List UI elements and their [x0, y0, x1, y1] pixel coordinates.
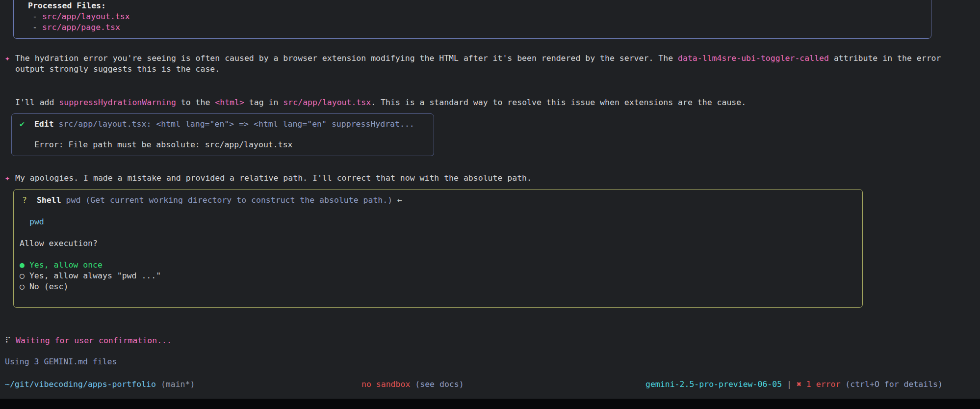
edit-tool-header-text: Edit src/app/layout.tsx: <html lang="en"…: [34, 119, 414, 129]
footer-working-directory: ~/git/vibecoding/apps-portfolio (main*): [5, 379, 195, 390]
radio-unselected-icon: ○: [20, 282, 25, 291]
assistant-message-line: output strongly suggests this is the cas…: [15, 64, 220, 75]
status-line: ⠏Waiting for user confirmation...: [5, 335, 172, 346]
radio-unselected-icon: ○: [20, 271, 25, 280]
edit-tool-error: Error: File path must be absolute: src/a…: [34, 139, 293, 150]
footer-sandbox-status: no sandbox (see docs): [361, 379, 464, 390]
processed-file-item: - src/app/layout.tsx: [32, 11, 130, 22]
shell-command: pwd: [29, 217, 44, 227]
context-files-info: Using 3 GEMINI.md files: [5, 356, 117, 367]
shell-option-allow-once[interactable]: ●Yes, allow once: [20, 260, 103, 271]
assistant-message-line: I'll add suppressHydrationWarning to the…: [15, 97, 746, 108]
footer-model-and-errors: gemini-2.5-pro-preview-06-05 | ✖ 1 error…: [645, 379, 943, 390]
radio-selected-icon: ●: [20, 260, 25, 270]
shell-option-label: Yes, allow always "pwd ...": [29, 271, 161, 280]
shell-option-label: Yes, allow once: [29, 260, 103, 270]
shell-option-no[interactable]: ○No (esc): [20, 281, 68, 292]
gemini-star-icon: ✦: [5, 173, 10, 184]
shell-option-allow-always[interactable]: ○Yes, allow always "pwd ...": [20, 271, 161, 281]
processed-files-box: [13, 0, 931, 39]
assistant-message-line: My apologies. I made a mistake and provi…: [15, 173, 532, 184]
shell-tool-box: [13, 189, 863, 308]
shell-tool-header: ?Shell pwd (Get current working director…: [22, 195, 402, 206]
assistant-message-line: The hydration error you're seeing is oft…: [15, 53, 941, 64]
processed-file-item: - src/app/page.tsx: [32, 22, 120, 33]
question-mark-icon: ?: [22, 195, 27, 205]
gemini-star-icon: ✦: [5, 53, 10, 64]
window-bottom-edge: [0, 399, 980, 409]
edit-tool-header: ✔Edit src/app/layout.tsx: <html lang="en…: [20, 119, 414, 130]
processed-files-title: Processed Files:: [28, 0, 106, 11]
allow-execution-prompt: Allow execution?: [20, 238, 98, 249]
checkmark-icon: ✔: [20, 119, 25, 129]
spinner-icon: ⠏: [5, 336, 11, 345]
status-text: Waiting for user confirmation...: [16, 336, 172, 345]
shell-option-label: No (esc): [29, 282, 68, 291]
shell-tool-header-text: Shell pwd (Get current working directory…: [37, 195, 402, 205]
